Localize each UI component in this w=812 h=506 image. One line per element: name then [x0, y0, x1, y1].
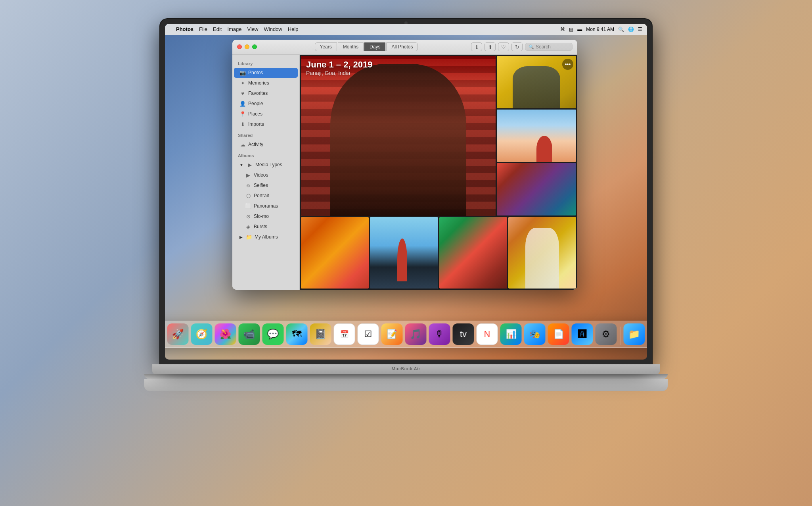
sidebar-item-photos[interactable]: 📷 Photos: [234, 68, 298, 78]
photo-grid-header: June 1 – 2, 2019 Panaji, Goa, India: [306, 60, 373, 76]
view-switcher: Years Months Days All Photos: [262, 42, 471, 51]
dock-icon-settings[interactable]: ⚙: [596, 323, 617, 345]
slo-mo-icon: ⊙: [245, 214, 251, 219]
menu-edit[interactable]: Edit: [213, 26, 222, 32]
rotate-button[interactable]: ↻: [511, 42, 523, 51]
screen: Photos File Edit Image View Window Help …: [165, 24, 647, 360]
sidebar-item-selfies[interactable]: ☺ Selfies: [234, 181, 298, 190]
maximize-button[interactable]: [252, 44, 257, 49]
places-icon: 📍: [239, 111, 246, 117]
sidebar-item-people[interactable]: 👤 People: [234, 99, 298, 109]
dock-icon-launchpad[interactable]: 🚀: [167, 323, 189, 345]
menu-image[interactable]: Image: [227, 26, 241, 32]
photo-bottom-1[interactable]: [301, 217, 369, 289]
dock-icon-podcasts[interactable]: 🎙: [429, 323, 450, 345]
menu-bar: Photos File Edit Image View Window Help …: [165, 24, 647, 35]
sidebar-item-activity[interactable]: ☁ Activity: [234, 140, 298, 150]
siri-icon[interactable]: 🌐: [628, 27, 634, 32]
dock-container: 🖥 🚀 🧭 🌺 📹: [165, 321, 647, 348]
laptop-hinge: [144, 374, 668, 379]
photo-date: June 1 – 2, 2019: [306, 60, 373, 70]
laptop-base: [144, 379, 668, 391]
photo-bottom-2[interactable]: [370, 217, 438, 289]
search-icon[interactable]: 🔍: [618, 27, 624, 32]
favorites-icon: ♥: [239, 90, 246, 96]
dock-icon-safari[interactable]: 🧭: [191, 323, 213, 345]
dock-icon-keynote[interactable]: 🎭: [524, 323, 546, 345]
clock: Mon 9:41 AM: [586, 27, 614, 32]
sidebar-slo-mo-label: Slo-mo: [254, 214, 269, 219]
screen-icon: ▤: [569, 27, 573, 32]
more-options-button[interactable]: •••: [562, 59, 573, 70]
albums-section-label: Albums: [232, 150, 299, 160]
macbook-label: MacBook Air: [152, 364, 660, 371]
years-button[interactable]: Years: [315, 42, 337, 51]
close-button[interactable]: [237, 44, 242, 49]
months-button[interactable]: Months: [338, 42, 364, 51]
dock-icon-appletv[interactable]: tv: [453, 323, 474, 345]
menu-view[interactable]: View: [247, 26, 259, 32]
dock-icon-facetime[interactable]: 📹: [239, 323, 260, 345]
dock-icon-calendar[interactable]: 📅: [334, 323, 355, 345]
title-bar: Years Months Days All Photos ℹ ⬆ ♡ ↻ 🔍: [232, 40, 577, 55]
sidebar-item-panoramas[interactable]: ⬜ Panoramas: [234, 201, 298, 211]
sidebar-item-imports[interactable]: ⬇ Imports: [234, 119, 298, 129]
photo-location: Panaji, Goa, India: [306, 70, 373, 76]
dock-icon-pages[interactable]: 📄: [548, 323, 569, 345]
menu-help[interactable]: Help: [288, 26, 299, 32]
sidebar-item-bursts[interactable]: ◈ Bursts: [234, 222, 298, 232]
laptop: Photos File Edit Image View Window Help …: [144, 19, 668, 487]
photo-right-3[interactable]: [497, 163, 576, 215]
sidebar-item-places[interactable]: 📍 Places: [234, 109, 298, 119]
dock-icon-music[interactable]: 🎵: [405, 323, 427, 345]
sidebar-item-portrait[interactable]: ⬡ Portrait: [234, 191, 298, 201]
dock-icon-reminders[interactable]: ☑: [358, 323, 379, 345]
search-bar[interactable]: 🔍: [525, 43, 573, 51]
photo-main[interactable]: [301, 56, 496, 216]
search-input[interactable]: [536, 44, 569, 50]
dock-icon-folder[interactable]: 📁: [624, 323, 645, 345]
dock-icon-news[interactable]: N: [477, 323, 498, 345]
dock-separator: [620, 327, 620, 345]
menu-window[interactable]: Window: [264, 26, 282, 32]
sidebar-photos-label: Photos: [248, 70, 263, 75]
sidebar-item-memories[interactable]: ✦ Memories: [234, 78, 298, 88]
screen-bezel: Photos File Edit Image View Window Help …: [160, 19, 652, 364]
people-icon: 👤: [239, 101, 246, 107]
dock-icon-notes[interactable]: 📓: [310, 323, 331, 345]
panoramas-icon: ⬜: [245, 203, 251, 209]
sidebar-item-my-albums[interactable]: ▶ 📁 My Albums: [234, 232, 298, 242]
sidebar-videos-label: Videos: [254, 172, 268, 178]
dock-icon-maps[interactable]: 🗺: [286, 323, 308, 345]
dock-icon-messages[interactable]: 💬: [262, 323, 284, 345]
photo-bottom-3[interactable]: [439, 217, 507, 289]
sidebar-item-slo-mo[interactable]: ⊙ Slo-mo: [234, 212, 298, 221]
photo-right-2[interactable]: [497, 110, 576, 162]
sidebar-item-media-types[interactable]: ▼ ▶ Media Types: [234, 160, 298, 170]
share-button[interactable]: ⬆: [485, 42, 496, 51]
heart-button[interactable]: ♡: [498, 42, 509, 51]
sidebar-favorites-label: Favorites: [248, 90, 268, 96]
dock-icon-photos-app[interactable]: 🌺: [215, 323, 236, 345]
imports-icon: ⬇: [239, 121, 246, 127]
desktop: Photos File Edit Image View Window Help …: [165, 24, 647, 360]
media-types-icon: ▶: [247, 162, 253, 168]
shared-section-label: Shared: [232, 130, 299, 139]
photo-bottom-4[interactable]: [508, 217, 576, 289]
photo-area: June 1 – 2, 2019 Panaji, Goa, India •••: [300, 55, 577, 290]
control-center-icon[interactable]: ☰: [638, 27, 642, 32]
sidebar-people-label: People: [248, 101, 263, 106]
dock-icon-appstore[interactable]: 🅰: [572, 323, 593, 345]
minimize-button[interactable]: [245, 44, 249, 49]
menu-file[interactable]: File: [199, 26, 207, 32]
info-button[interactable]: ℹ: [471, 42, 482, 51]
dock-icon-notes2[interactable]: 📝: [381, 323, 403, 345]
sidebar-item-favorites[interactable]: ♥ Favorites: [234, 89, 298, 98]
sidebar-bursts-label: Bursts: [254, 224, 267, 229]
photo-right-col: [497, 56, 576, 216]
dock-icon-numbers[interactable]: 📊: [500, 323, 522, 345]
all-photos-button[interactable]: All Photos: [386, 42, 418, 51]
menu-bar-left: Photos File Edit Image View Window Help: [170, 26, 560, 32]
sidebar-item-videos[interactable]: ▶ Videos: [234, 170, 298, 180]
days-button[interactable]: Days: [364, 42, 385, 51]
